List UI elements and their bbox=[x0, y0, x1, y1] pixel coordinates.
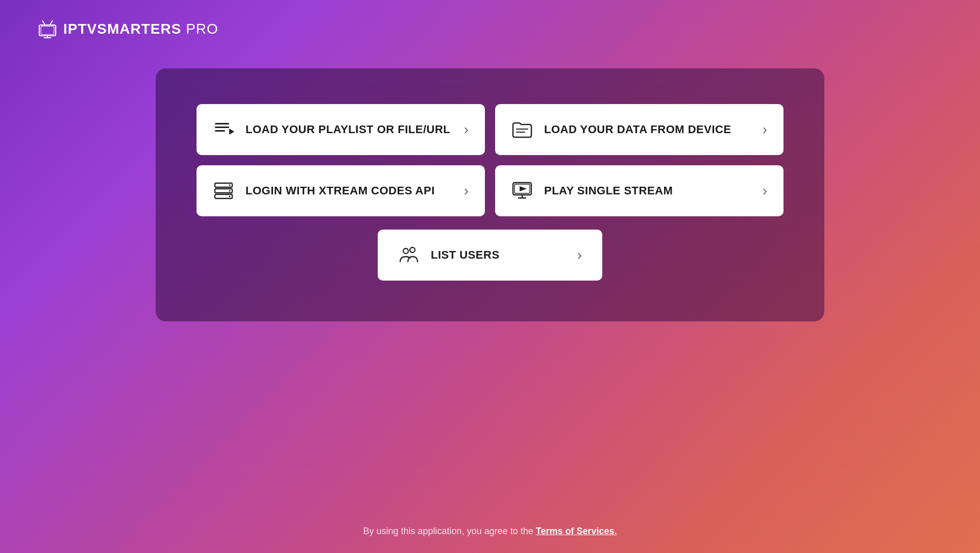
device-icon bbox=[511, 119, 533, 140]
svg-rect-6 bbox=[215, 123, 229, 124]
svg-point-24 bbox=[410, 247, 415, 253]
svg-point-15 bbox=[229, 185, 231, 186]
svg-rect-8 bbox=[215, 130, 225, 132]
logo-icon bbox=[37, 18, 58, 40]
svg-line-2 bbox=[42, 21, 45, 25]
footer: By using this application, you agree to … bbox=[0, 526, 980, 537]
chevron-right-icon: › bbox=[464, 183, 469, 199]
svg-line-3 bbox=[50, 21, 53, 25]
header: IPTVSMARTERS PRO bbox=[0, 0, 980, 58]
svg-rect-0 bbox=[39, 25, 56, 36]
main-card: LOAD YOUR PLAYLIST OR FILE/URL › LOAD YO… bbox=[156, 68, 824, 321]
terms-link[interactable]: Terms of Services. bbox=[536, 526, 617, 536]
svg-rect-1 bbox=[41, 26, 54, 34]
login-xtream-label: LOGIN WITH XTREAM CODES API bbox=[246, 184, 435, 197]
play-stream-label: PLAY SINGLE STREAM bbox=[544, 184, 673, 197]
chevron-right-icon: › bbox=[577, 247, 582, 263]
button-grid: LOAD YOUR PLAYLIST OR FILE/URL › LOAD YO… bbox=[197, 104, 783, 216]
svg-point-23 bbox=[403, 248, 408, 254]
chevron-right-icon: › bbox=[763, 183, 767, 199]
svg-marker-22 bbox=[520, 186, 527, 191]
svg-rect-7 bbox=[215, 127, 229, 128]
footer-text: By using this application, you agree to … bbox=[363, 526, 536, 536]
load-playlist-button[interactable]: LOAD YOUR PLAYLIST OR FILE/URL › bbox=[197, 104, 485, 155]
load-playlist-label: LOAD YOUR PLAYLIST OR FILE/URL bbox=[246, 123, 450, 136]
xtream-icon bbox=[213, 180, 234, 202]
svg-marker-9 bbox=[229, 129, 234, 135]
load-device-label: LOAD YOUR DATA FROM DEVICE bbox=[544, 123, 731, 136]
center-row: LIST USERS › bbox=[197, 230, 783, 281]
users-icon bbox=[398, 244, 420, 266]
list-users-button[interactable]: LIST USERS › bbox=[378, 230, 602, 281]
play-stream-button[interactable]: PLAY SINGLE STREAM › bbox=[495, 165, 783, 216]
svg-point-16 bbox=[229, 190, 231, 192]
playlist-icon bbox=[213, 119, 234, 140]
login-xtream-button[interactable]: LOGIN WITH XTREAM CODES API › bbox=[197, 165, 485, 216]
chevron-right-icon: › bbox=[464, 121, 469, 138]
load-device-button[interactable]: LOAD YOUR DATA FROM DEVICE › bbox=[495, 104, 783, 155]
svg-point-17 bbox=[229, 196, 231, 197]
chevron-right-icon: › bbox=[763, 121, 767, 138]
stream-icon bbox=[511, 180, 533, 202]
list-users-label: LIST USERS bbox=[431, 248, 500, 262]
logo-text: IPTVSMARTERS PRO bbox=[63, 21, 218, 37]
logo: IPTVSMARTERS PRO bbox=[37, 18, 218, 40]
